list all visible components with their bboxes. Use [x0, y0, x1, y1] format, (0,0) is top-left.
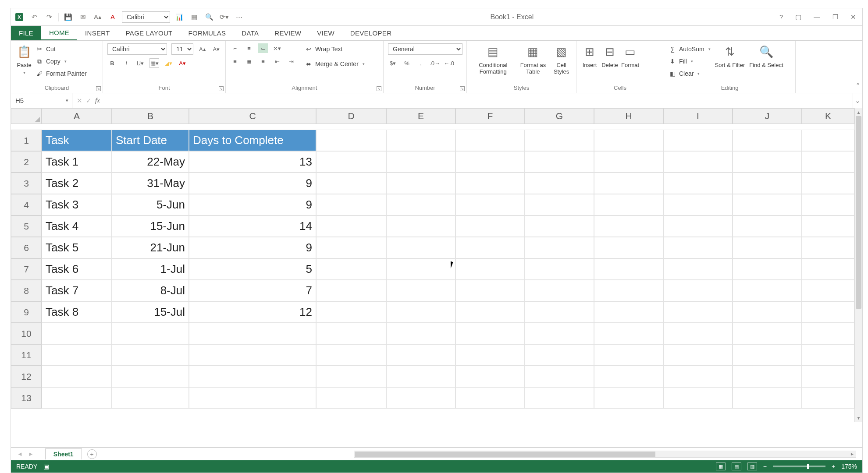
cell-H4[interactable] [594, 194, 663, 215]
cell-D12[interactable] [316, 366, 386, 387]
cell-H12[interactable] [594, 366, 663, 387]
cell-H9[interactable] [594, 301, 663, 323]
cell-B9[interactable]: 15-Jul [112, 301, 189, 323]
cell-G10[interactable] [525, 323, 594, 344]
tab-developer[interactable]: DEVELOPER [342, 26, 399, 40]
cell-G13[interactable] [525, 387, 594, 409]
cell-H3[interactable] [594, 173, 663, 194]
cell-C8[interactable]: 7 [189, 280, 316, 301]
scroll-down-icon[interactable]: ▼ [855, 414, 862, 422]
cell-C2[interactable]: 13 [189, 151, 316, 173]
cell-F10[interactable] [455, 323, 525, 344]
cell-F9[interactable] [455, 301, 525, 323]
cell-F8[interactable] [455, 280, 525, 301]
align-right-icon[interactable]: ≡ [258, 56, 268, 66]
cell-B3[interactable]: 31-May [112, 173, 189, 194]
cell-H2[interactable] [594, 151, 663, 173]
vscroll-thumb[interactable] [856, 116, 861, 309]
cell-B10[interactable] [112, 323, 189, 344]
col-header-J[interactable]: J [733, 108, 802, 124]
cell-A9[interactable]: Task 8 [42, 301, 112, 323]
cell-G11[interactable] [525, 344, 594, 366]
cell-C10[interactable] [189, 323, 316, 344]
cell-E3[interactable] [386, 173, 455, 194]
zoom-level[interactable]: 175% [841, 463, 857, 470]
increase-indent-icon[interactable]: ⇥ [286, 56, 296, 66]
cell-A13[interactable] [42, 387, 112, 409]
increase-decimal-icon[interactable]: .0→ [430, 58, 440, 68]
maximize-icon[interactable]: ❐ [832, 13, 838, 21]
merge-center-button[interactable]: ⬌Merge & Center▾ [305, 58, 365, 70]
cell-B8[interactable]: 8-Jul [112, 280, 189, 301]
cell-A2[interactable]: Task 1 [42, 151, 112, 173]
cell-F6[interactable] [455, 237, 525, 258]
cell-J5[interactable] [733, 215, 802, 237]
cell-K7[interactable] [802, 258, 854, 280]
cell-K8[interactable] [802, 280, 854, 301]
cell-D11[interactable] [316, 344, 386, 366]
cut-button[interactable]: ✂Cut [36, 43, 87, 55]
cell-C9[interactable]: 12 [189, 301, 316, 323]
cell-grid[interactable]: ABCDEFGHIJK1TaskStart DateDays to Comple… [11, 108, 862, 447]
col-header-B[interactable]: B [112, 108, 189, 124]
clipboard-dialog-icon[interactable]: ↘ [96, 86, 101, 91]
cell-J2[interactable] [733, 151, 802, 173]
cell-I5[interactable] [663, 215, 733, 237]
find-select-button[interactable]: 🔍Find & Select [749, 43, 783, 69]
accounting-icon[interactable]: $▾ [388, 58, 398, 68]
cell-J9[interactable] [733, 301, 802, 323]
font-grow-icon[interactable]: A▴ [92, 11, 103, 23]
sort-filter-button[interactable]: ⇅Sort & Filter [715, 43, 745, 69]
cell-styles-button[interactable]: ▧Cell Styles [551, 43, 572, 75]
tab-data[interactable]: DATA [234, 26, 267, 40]
collapse-ribbon-icon[interactable]: ˄ [856, 82, 860, 90]
hscroll-thumb[interactable] [355, 452, 656, 457]
cell-A7[interactable]: Task 6 [42, 258, 112, 280]
tab-formulas[interactable]: FORMULAS [181, 26, 234, 40]
cell-D5[interactable] [316, 215, 386, 237]
cell-A6[interactable]: Task 5 [42, 237, 112, 258]
cell-A1[interactable]: Task [42, 130, 112, 151]
copy-button[interactable]: ⧉Copy▾ [36, 56, 87, 67]
percent-icon[interactable]: % [402, 58, 412, 68]
cancel-formula-icon[interactable]: ✕ [77, 97, 82, 105]
cell-A11[interactable] [42, 344, 112, 366]
cell-B5[interactable]: 15-Jun [112, 215, 189, 237]
row-header-2[interactable]: 2 [11, 151, 42, 173]
cell-F7[interactable] [455, 258, 525, 280]
font-dialog-icon[interactable]: ↘ [219, 86, 224, 91]
cell-B7[interactable]: 1-Jul [112, 258, 189, 280]
refresh-icon[interactable]: ⟳▾ [218, 11, 230, 23]
cell-H13[interactable] [594, 387, 663, 409]
vertical-scrollbar[interactable]: ▲ ▼ [854, 108, 862, 422]
macro-record-icon[interactable]: ▣ [43, 463, 49, 470]
cell-G4[interactable] [525, 194, 594, 215]
cell-J11[interactable] [733, 344, 802, 366]
cell-I8[interactable] [663, 280, 733, 301]
cell-J8[interactable] [733, 280, 802, 301]
cell-F1[interactable] [455, 130, 525, 151]
cell-J10[interactable] [733, 323, 802, 344]
format-cells-button[interactable]: ▭Format [621, 43, 639, 69]
font-color-icon[interactable]: A [107, 11, 118, 23]
font-name-select[interactable]: Calibri [107, 43, 167, 55]
cell-I9[interactable] [663, 301, 733, 323]
cell-G5[interactable] [525, 215, 594, 237]
ribbon-options-icon[interactable]: ▢ [795, 13, 801, 21]
cell-I3[interactable] [663, 173, 733, 194]
preview-icon[interactable]: 🔍 [203, 11, 215, 23]
cell-E8[interactable] [386, 280, 455, 301]
chart-icon[interactable]: 📊 [174, 11, 185, 23]
cell-H6[interactable] [594, 237, 663, 258]
number-format-select[interactable]: General [388, 43, 462, 55]
cell-A4[interactable]: Task 3 [42, 194, 112, 215]
redo-icon[interactable]: ↷ [43, 11, 55, 23]
format-as-table-button[interactable]: ▦Format as Table [518, 43, 549, 75]
name-box[interactable]: H5 [11, 93, 72, 108]
row-header-3[interactable]: 3 [11, 173, 42, 194]
horizontal-scrollbar[interactable]: ◄ ► [354, 451, 856, 458]
cell-C7[interactable]: 5 [189, 258, 316, 280]
cell-G9[interactable] [525, 301, 594, 323]
underline-button[interactable]: U▾ [135, 58, 145, 68]
cell-K3[interactable] [802, 173, 854, 194]
